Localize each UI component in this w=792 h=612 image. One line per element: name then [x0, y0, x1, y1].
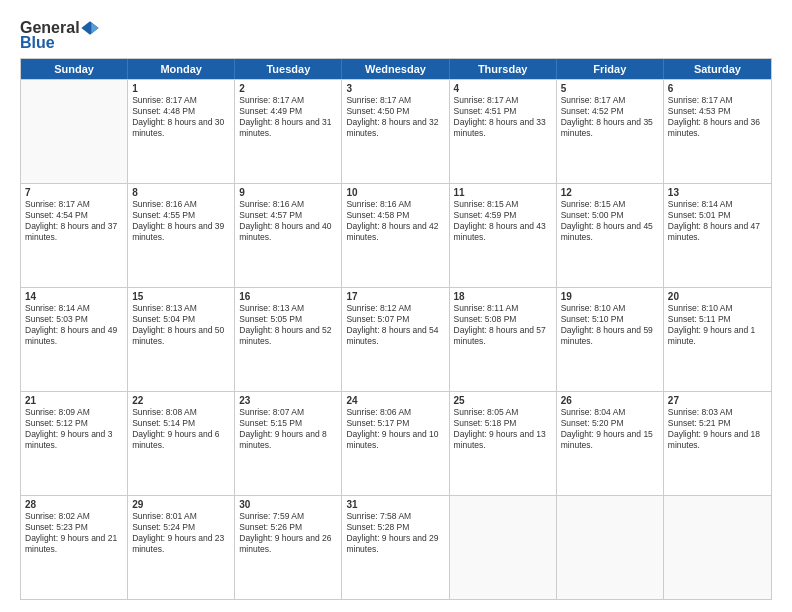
day-info: Sunrise: 8:06 AM Sunset: 5:17 PM Dayligh… [346, 407, 444, 451]
day-info: Sunrise: 8:15 AM Sunset: 5:00 PM Dayligh… [561, 199, 659, 243]
calendar-cell: 14Sunrise: 8:14 AM Sunset: 5:03 PM Dayli… [21, 288, 128, 391]
calendar-cell: 20Sunrise: 8:10 AM Sunset: 5:11 PM Dayli… [664, 288, 771, 391]
calendar-week-row: 1Sunrise: 8:17 AM Sunset: 4:48 PM Daylig… [21, 79, 771, 183]
calendar-cell [664, 496, 771, 599]
calendar-cell: 10Sunrise: 8:16 AM Sunset: 4:58 PM Dayli… [342, 184, 449, 287]
calendar-day-header: Wednesday [342, 59, 449, 79]
day-number: 29 [132, 499, 230, 510]
day-info: Sunrise: 8:16 AM Sunset: 4:57 PM Dayligh… [239, 199, 337, 243]
day-info: Sunrise: 8:17 AM Sunset: 4:51 PM Dayligh… [454, 95, 552, 139]
calendar-cell: 1Sunrise: 8:17 AM Sunset: 4:48 PM Daylig… [128, 80, 235, 183]
calendar-cell: 8Sunrise: 8:16 AM Sunset: 4:55 PM Daylig… [128, 184, 235, 287]
day-number: 5 [561, 83, 659, 94]
calendar-cell: 13Sunrise: 8:14 AM Sunset: 5:01 PM Dayli… [664, 184, 771, 287]
logo: General Blue [20, 18, 100, 52]
day-info: Sunrise: 8:05 AM Sunset: 5:18 PM Dayligh… [454, 407, 552, 451]
calendar-cell [21, 80, 128, 183]
day-info: Sunrise: 8:07 AM Sunset: 5:15 PM Dayligh… [239, 407, 337, 451]
calendar-body: 1Sunrise: 8:17 AM Sunset: 4:48 PM Daylig… [21, 79, 771, 599]
day-number: 1 [132, 83, 230, 94]
day-info: Sunrise: 8:14 AM Sunset: 5:01 PM Dayligh… [668, 199, 767, 243]
calendar-cell: 18Sunrise: 8:11 AM Sunset: 5:08 PM Dayli… [450, 288, 557, 391]
calendar-cell: 16Sunrise: 8:13 AM Sunset: 5:05 PM Dayli… [235, 288, 342, 391]
logo-icon [80, 18, 100, 38]
day-info: Sunrise: 8:17 AM Sunset: 4:48 PM Dayligh… [132, 95, 230, 139]
calendar-cell: 5Sunrise: 8:17 AM Sunset: 4:52 PM Daylig… [557, 80, 664, 183]
calendar-day-header: Friday [557, 59, 664, 79]
calendar-cell: 3Sunrise: 8:17 AM Sunset: 4:50 PM Daylig… [342, 80, 449, 183]
page: General Blue SundayMondayTuesdayWednesda… [0, 0, 792, 612]
calendar-cell: 24Sunrise: 8:06 AM Sunset: 5:17 PM Dayli… [342, 392, 449, 495]
day-info: Sunrise: 8:16 AM Sunset: 4:58 PM Dayligh… [346, 199, 444, 243]
calendar-cell: 25Sunrise: 8:05 AM Sunset: 5:18 PM Dayli… [450, 392, 557, 495]
calendar-week-row: 21Sunrise: 8:09 AM Sunset: 5:12 PM Dayli… [21, 391, 771, 495]
day-info: Sunrise: 8:02 AM Sunset: 5:23 PM Dayligh… [25, 511, 123, 555]
day-number: 25 [454, 395, 552, 406]
calendar-cell: 17Sunrise: 8:12 AM Sunset: 5:07 PM Dayli… [342, 288, 449, 391]
calendar-cell: 30Sunrise: 7:59 AM Sunset: 5:26 PM Dayli… [235, 496, 342, 599]
day-info: Sunrise: 8:12 AM Sunset: 5:07 PM Dayligh… [346, 303, 444, 347]
day-number: 22 [132, 395, 230, 406]
day-number: 17 [346, 291, 444, 302]
day-info: Sunrise: 8:08 AM Sunset: 5:14 PM Dayligh… [132, 407, 230, 451]
day-number: 23 [239, 395, 337, 406]
day-number: 12 [561, 187, 659, 198]
day-info: Sunrise: 8:13 AM Sunset: 5:04 PM Dayligh… [132, 303, 230, 347]
day-info: Sunrise: 8:03 AM Sunset: 5:21 PM Dayligh… [668, 407, 767, 451]
day-number: 27 [668, 395, 767, 406]
day-number: 2 [239, 83, 337, 94]
calendar-cell [450, 496, 557, 599]
logo-blue: Blue [20, 34, 55, 52]
calendar-cell: 4Sunrise: 8:17 AM Sunset: 4:51 PM Daylig… [450, 80, 557, 183]
day-number: 8 [132, 187, 230, 198]
day-number: 9 [239, 187, 337, 198]
day-number: 14 [25, 291, 123, 302]
calendar-cell: 26Sunrise: 8:04 AM Sunset: 5:20 PM Dayli… [557, 392, 664, 495]
day-number: 21 [25, 395, 123, 406]
day-info: Sunrise: 8:16 AM Sunset: 4:55 PM Dayligh… [132, 199, 230, 243]
calendar-day-header: Saturday [664, 59, 771, 79]
day-number: 7 [25, 187, 123, 198]
calendar-cell: 29Sunrise: 8:01 AM Sunset: 5:24 PM Dayli… [128, 496, 235, 599]
calendar-week-row: 14Sunrise: 8:14 AM Sunset: 5:03 PM Dayli… [21, 287, 771, 391]
calendar-cell: 6Sunrise: 8:17 AM Sunset: 4:53 PM Daylig… [664, 80, 771, 183]
day-info: Sunrise: 8:01 AM Sunset: 5:24 PM Dayligh… [132, 511, 230, 555]
calendar-cell: 9Sunrise: 8:16 AM Sunset: 4:57 PM Daylig… [235, 184, 342, 287]
day-info: Sunrise: 8:04 AM Sunset: 5:20 PM Dayligh… [561, 407, 659, 451]
day-number: 4 [454, 83, 552, 94]
calendar-week-row: 28Sunrise: 8:02 AM Sunset: 5:23 PM Dayli… [21, 495, 771, 599]
day-info: Sunrise: 8:13 AM Sunset: 5:05 PM Dayligh… [239, 303, 337, 347]
day-number: 24 [346, 395, 444, 406]
day-number: 31 [346, 499, 444, 510]
day-info: Sunrise: 8:17 AM Sunset: 4:50 PM Dayligh… [346, 95, 444, 139]
calendar-cell: 2Sunrise: 8:17 AM Sunset: 4:49 PM Daylig… [235, 80, 342, 183]
calendar-cell: 21Sunrise: 8:09 AM Sunset: 5:12 PM Dayli… [21, 392, 128, 495]
header: General Blue [20, 18, 772, 52]
calendar-cell: 19Sunrise: 8:10 AM Sunset: 5:10 PM Dayli… [557, 288, 664, 391]
calendar-cell: 31Sunrise: 7:58 AM Sunset: 5:28 PM Dayli… [342, 496, 449, 599]
calendar-header: SundayMondayTuesdayWednesdayThursdayFrid… [21, 59, 771, 79]
day-number: 19 [561, 291, 659, 302]
day-number: 11 [454, 187, 552, 198]
day-info: Sunrise: 8:10 AM Sunset: 5:10 PM Dayligh… [561, 303, 659, 347]
day-info: Sunrise: 8:09 AM Sunset: 5:12 PM Dayligh… [25, 407, 123, 451]
calendar-day-header: Tuesday [235, 59, 342, 79]
day-info: Sunrise: 8:17 AM Sunset: 4:53 PM Dayligh… [668, 95, 767, 139]
calendar-cell: 28Sunrise: 8:02 AM Sunset: 5:23 PM Dayli… [21, 496, 128, 599]
calendar-cell: 12Sunrise: 8:15 AM Sunset: 5:00 PM Dayli… [557, 184, 664, 287]
day-number: 15 [132, 291, 230, 302]
day-number: 16 [239, 291, 337, 302]
day-number: 6 [668, 83, 767, 94]
day-info: Sunrise: 8:11 AM Sunset: 5:08 PM Dayligh… [454, 303, 552, 347]
calendar-cell: 22Sunrise: 8:08 AM Sunset: 5:14 PM Dayli… [128, 392, 235, 495]
day-info: Sunrise: 8:17 AM Sunset: 4:49 PM Dayligh… [239, 95, 337, 139]
calendar-cell: 27Sunrise: 8:03 AM Sunset: 5:21 PM Dayli… [664, 392, 771, 495]
day-number: 30 [239, 499, 337, 510]
calendar-week-row: 7Sunrise: 8:17 AM Sunset: 4:54 PM Daylig… [21, 183, 771, 287]
calendar-cell: 23Sunrise: 8:07 AM Sunset: 5:15 PM Dayli… [235, 392, 342, 495]
day-number: 3 [346, 83, 444, 94]
calendar-day-header: Thursday [450, 59, 557, 79]
day-number: 10 [346, 187, 444, 198]
day-info: Sunrise: 7:59 AM Sunset: 5:26 PM Dayligh… [239, 511, 337, 555]
day-info: Sunrise: 8:17 AM Sunset: 4:54 PM Dayligh… [25, 199, 123, 243]
